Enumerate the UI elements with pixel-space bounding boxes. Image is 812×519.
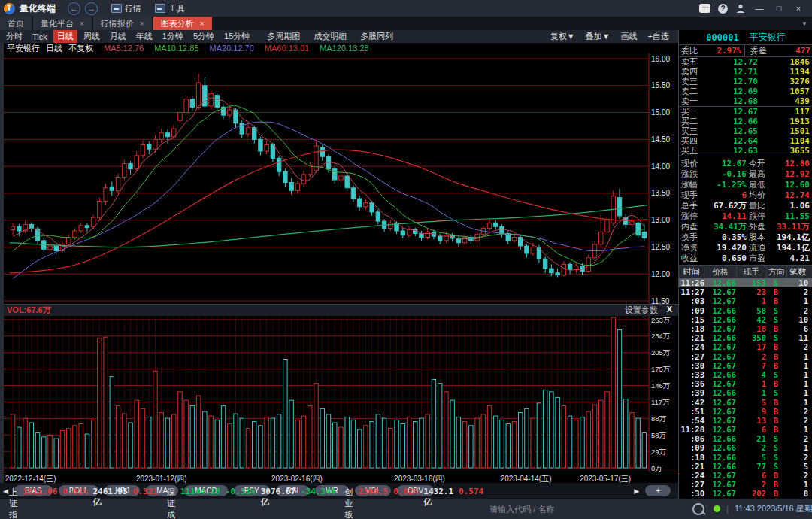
book-row-买五[interactable]: 买五12.633655 [679, 146, 812, 156]
tick-direction: B [766, 471, 786, 480]
tick-volume: 13 [736, 416, 766, 425]
period-1分钟[interactable]: 1分钟 [159, 30, 187, 43]
tick-direction: B [766, 352, 786, 361]
toolbar-叠加[interactable]: 叠加▼ [586, 31, 611, 42]
close-button[interactable]: × [792, 4, 804, 13]
candlestick-chart[interactable]: 16.0015.5015.0014.5014.0013.5013.0012.50… [4, 53, 678, 304]
tick-row[interactable]: :5412.6713B2 [679, 416, 812, 425]
tick-row[interactable]: :3312.664S1 [679, 370, 812, 379]
tick-row[interactable]: :0612.6621S2 [679, 434, 812, 443]
tick-col-方向: 方向 [767, 266, 787, 278]
tick-direction: B [766, 398, 786, 407]
minimize-button[interactable]: — [753, 4, 765, 13]
svg-text:88万: 88万 [651, 414, 667, 423]
tick-row[interactable]: 11:2612.66153S10 [679, 278, 812, 287]
menu-market[interactable]: 行情 [111, 3, 141, 14]
tick-row[interactable]: :2112.66350S11 [679, 333, 812, 342]
search-input[interactable] [488, 504, 686, 514]
tick-row[interactable]: :1812.6718B6 [679, 324, 812, 333]
book-volume: 1501 [758, 126, 812, 136]
tick-volume: 77 [736, 462, 766, 471]
period-Tick[interactable]: Tick [29, 32, 51, 42]
book-volume: 1846 [758, 57, 812, 67]
tick-time: :27 [679, 352, 704, 361]
search-icon[interactable] [692, 503, 704, 515]
book-price: 12.66 [704, 117, 758, 126]
menu-tools[interactable]: 工具 [155, 3, 185, 14]
tick-row[interactable]: :1812.665S2 [679, 453, 812, 462]
tick-time: :30 [679, 361, 704, 370]
app-window: 量化终端 ← → 行情 工具 ⋯ ? — □ × 首页量化平台×行情报价×图表分… [0, 0, 812, 519]
svg-text:15.50: 15.50 [651, 81, 670, 90]
period-月线[interactable]: 月线 [106, 30, 130, 43]
volume-chart[interactable]: 263万234万205万175万146万117万88万58万29万0万 [4, 315, 678, 472]
book-price: 12.68 [704, 96, 758, 106]
tick-row[interactable]: 11:2712.6723B2 [679, 287, 812, 296]
scroll-right-icon[interactable]: ▶ [634, 487, 639, 495]
tick-volume: 350 [736, 333, 766, 342]
tick-row[interactable]: :1512.6642S10 [679, 315, 812, 324]
tick-row[interactable]: :2412.676B2 [679, 471, 812, 480]
svg-text:146万: 146万 [651, 381, 671, 390]
back-icon[interactable]: ← [68, 2, 80, 15]
tick-count: 1 [786, 480, 811, 489]
period-日线[interactable]: 日线 [53, 30, 77, 43]
tick-row[interactable]: :3012.677B1 [679, 361, 812, 370]
toolbar-画线[interactable]: 画线 [621, 31, 638, 42]
message-icon[interactable]: ⋯ [699, 4, 710, 13]
tab-量化平台[interactable]: 量化平台× [33, 17, 92, 30]
toolbar-+自选[interactable]: +自选 [648, 31, 669, 42]
tick-row[interactable]: :4212.675B1 [679, 397, 812, 406]
tick-row[interactable]: :5112.679B2 [679, 407, 812, 416]
tick-row[interactable]: :3612.671B1 [679, 379, 812, 388]
tick-row[interactable]: :3912.661S1 [679, 388, 812, 397]
volume-label: VOL:67.6万 [7, 305, 51, 316]
ma-labels: MA5:12.76MA10:12.85MA20:12.70MA60:13.01M… [104, 44, 369, 53]
tab-close-icon[interactable]: × [140, 20, 144, 28]
tick-count: 1 [786, 443, 811, 452]
tab-overflow-icon[interactable]: ▼ [801, 20, 812, 27]
tab-close-icon[interactable]: × [200, 20, 205, 28]
period-年线[interactable]: 年线 [132, 30, 156, 43]
book-row-卖一[interactable]: 卖一12.68439 [679, 96, 812, 106]
tick-price: 12.67 [704, 324, 736, 333]
toolbar-复权[interactable]: 复权▼ [550, 31, 575, 42]
period-5分钟[interactable]: 5分钟 [189, 30, 218, 43]
tick-row[interactable]: :0912.662S1 [679, 443, 812, 452]
tab-首页[interactable]: 首页 [0, 17, 32, 30]
add-indicator-button[interactable]: + [645, 485, 671, 496]
tick-row[interactable]: :2712.672B1 [679, 352, 812, 361]
tick-direction: S [766, 434, 786, 443]
period-15分钟[interactable]: 15分钟 [220, 30, 253, 43]
stat-row: 净资19.420流通194.1亿 [679, 242, 812, 253]
help-icon[interactable]: ? [718, 4, 728, 14]
tick-row[interactable]: :3012.67202B8 [679, 489, 812, 498]
tab-行情报价[interactable]: 行情报价× [93, 17, 152, 30]
volume-pane-header: VOL:67.6万 设置参数 X [4, 304, 678, 316]
toolbar-多周期图[interactable]: 多周期图 [267, 31, 300, 42]
stat-label: 流通 [747, 242, 769, 253]
app-title: 量化终端 [20, 2, 56, 15]
forward-icon[interactable]: → [85, 2, 98, 15]
toolbar-多股同列[interactable]: 多股同列 [360, 31, 393, 42]
toolbar-成交明细[interactable]: 成交明细 [314, 31, 347, 42]
tab-close-icon[interactable]: × [80, 20, 84, 28]
settings-button[interactable]: 设置参数 [625, 305, 658, 316]
close-pane-button[interactable]: X [667, 305, 672, 316]
tab-图表分析[interactable]: 图表分析× [153, 17, 212, 30]
stat-row: 现价12.67今开12.80 [679, 158, 812, 168]
tick-row[interactable]: :2112.6677S5 [679, 462, 812, 471]
period-分时[interactable]: 分时 [2, 30, 26, 43]
period-周线[interactable]: 周线 [80, 30, 104, 43]
maximize-button[interactable]: □ [773, 4, 785, 13]
tick-row[interactable]: :2412.6717B2 [679, 342, 812, 351]
stat-row: 收益0.650市盈4.21 [679, 253, 812, 263]
tick-row[interactable]: :0912.6658S2 [679, 306, 812, 315]
index-name: 创业板指 [344, 487, 353, 519]
tick-row[interactable]: 11:2812.676B1 [679, 425, 812, 434]
tick-row[interactable]: :2712.672B1 [679, 480, 812, 489]
index-上证指数: 上证指数3311.060.01%2461.95亿0.321 [9, 487, 158, 519]
tick-row[interactable]: :0312.671B1 [679, 296, 812, 305]
book-volume: 1194 [758, 67, 812, 77]
user-icon[interactable] [735, 3, 746, 14]
